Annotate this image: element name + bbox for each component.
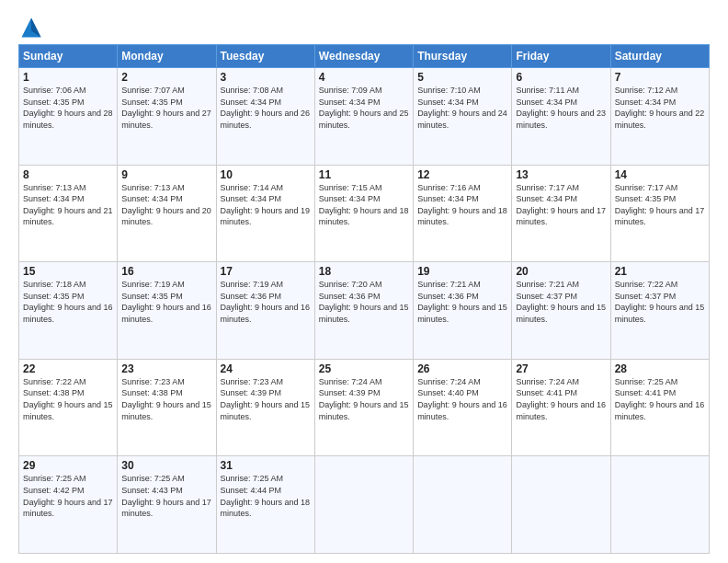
calendar-cell: 3Sunrise: 7:08 AMSunset: 4:34 PMDaylight…	[216, 68, 314, 166]
weekday-header: Tuesday	[216, 45, 314, 68]
calendar-cell	[610, 456, 709, 554]
day-number: 6	[516, 71, 606, 84]
calendar-cell	[314, 456, 413, 554]
day-info: Sunrise: 7:25 AMSunset: 4:41 PMDaylight:…	[615, 376, 705, 422]
day-number: 3	[221, 71, 311, 84]
calendar-cell: 6Sunrise: 7:11 AMSunset: 4:34 PMDaylight…	[512, 68, 610, 166]
day-info: Sunrise: 7:21 AMSunset: 4:36 PMDaylight:…	[417, 279, 507, 325]
day-info: Sunrise: 7:13 AMSunset: 4:34 PMDaylight:…	[121, 182, 211, 228]
calendar-week-row: 1Sunrise: 7:06 AMSunset: 4:35 PMDaylight…	[19, 68, 710, 166]
day-number: 23	[121, 362, 211, 375]
calendar-cell: 30Sunrise: 7:25 AMSunset: 4:43 PMDayligh…	[118, 456, 216, 554]
day-number: 4	[319, 71, 409, 84]
logo	[18, 15, 48, 40]
calendar-week-row: 22Sunrise: 7:22 AMSunset: 4:38 PMDayligh…	[19, 359, 710, 456]
day-info: Sunrise: 7:23 AMSunset: 4:39 PMDaylight:…	[221, 376, 311, 422]
day-number: 1	[23, 71, 113, 84]
calendar-cell: 14Sunrise: 7:17 AMSunset: 4:35 PMDayligh…	[610, 165, 709, 262]
calendar-week-row: 15Sunrise: 7:18 AMSunset: 4:35 PMDayligh…	[19, 262, 710, 360]
calendar-cell: 13Sunrise: 7:17 AMSunset: 4:34 PMDayligh…	[512, 165, 610, 262]
calendar-header: SundayMondayTuesdayWednesdayThursdayFrid…	[19, 45, 710, 68]
calendar-cell: 1Sunrise: 7:06 AMSunset: 4:35 PMDaylight…	[19, 68, 118, 166]
logo-icon	[18, 15, 44, 40]
calendar-cell	[414, 456, 512, 554]
day-info: Sunrise: 7:25 AMSunset: 4:43 PMDaylight:…	[121, 473, 211, 519]
day-number: 27	[516, 362, 606, 375]
day-info: Sunrise: 7:15 AMSunset: 4:34 PMDaylight:…	[319, 182, 409, 228]
calendar-cell: 22Sunrise: 7:22 AMSunset: 4:38 PMDayligh…	[19, 359, 118, 456]
day-info: Sunrise: 7:07 AMSunset: 4:35 PMDaylight:…	[121, 85, 211, 131]
day-info: Sunrise: 7:19 AMSunset: 4:35 PMDaylight:…	[121, 279, 211, 325]
day-info: Sunrise: 7:21 AMSunset: 4:37 PMDaylight:…	[516, 279, 606, 325]
day-number: 21	[615, 265, 705, 278]
day-number: 9	[121, 168, 211, 181]
calendar-cell: 18Sunrise: 7:20 AMSunset: 4:36 PMDayligh…	[314, 262, 413, 360]
calendar-body: 1Sunrise: 7:06 AMSunset: 4:35 PMDaylight…	[19, 68, 710, 554]
calendar-cell: 28Sunrise: 7:25 AMSunset: 4:41 PMDayligh…	[610, 359, 709, 456]
weekday-header: Friday	[512, 45, 610, 68]
calendar-cell: 2Sunrise: 7:07 AMSunset: 4:35 PMDaylight…	[118, 68, 216, 166]
weekday-header: Wednesday	[314, 45, 413, 68]
day-number: 26	[417, 362, 507, 375]
calendar-cell: 8Sunrise: 7:13 AMSunset: 4:34 PMDaylight…	[19, 165, 118, 262]
day-number: 16	[121, 265, 211, 278]
calendar-cell: 20Sunrise: 7:21 AMSunset: 4:37 PMDayligh…	[512, 262, 610, 360]
calendar-cell: 4Sunrise: 7:09 AMSunset: 4:34 PMDaylight…	[314, 68, 413, 166]
day-info: Sunrise: 7:24 AMSunset: 4:41 PMDaylight:…	[516, 376, 606, 422]
day-info: Sunrise: 7:25 AMSunset: 4:44 PMDaylight:…	[221, 473, 311, 519]
day-info: Sunrise: 7:22 AMSunset: 4:37 PMDaylight:…	[615, 279, 705, 325]
day-number: 25	[319, 362, 409, 375]
calendar-cell: 21Sunrise: 7:22 AMSunset: 4:37 PMDayligh…	[610, 262, 709, 360]
day-number: 17	[221, 265, 311, 278]
day-number: 24	[221, 362, 311, 375]
weekday-row: SundayMondayTuesdayWednesdayThursdayFrid…	[19, 45, 710, 68]
day-info: Sunrise: 7:19 AMSunset: 4:36 PMDaylight:…	[221, 279, 311, 325]
day-number: 18	[319, 265, 409, 278]
day-number: 14	[615, 168, 705, 181]
day-info: Sunrise: 7:09 AMSunset: 4:34 PMDaylight:…	[319, 85, 409, 131]
header	[18, 15, 710, 40]
day-info: Sunrise: 7:24 AMSunset: 4:40 PMDaylight:…	[417, 376, 507, 422]
day-info: Sunrise: 7:17 AMSunset: 4:35 PMDaylight:…	[615, 182, 705, 228]
calendar-cell: 10Sunrise: 7:14 AMSunset: 4:34 PMDayligh…	[216, 165, 314, 262]
day-number: 20	[516, 265, 606, 278]
calendar-cell: 11Sunrise: 7:15 AMSunset: 4:34 PMDayligh…	[314, 165, 413, 262]
calendar-cell: 24Sunrise: 7:23 AMSunset: 4:39 PMDayligh…	[216, 359, 314, 456]
day-number: 28	[615, 362, 705, 375]
day-info: Sunrise: 7:13 AMSunset: 4:34 PMDaylight:…	[23, 182, 113, 228]
day-number: 10	[221, 168, 311, 181]
day-number: 29	[23, 459, 113, 472]
day-info: Sunrise: 7:11 AMSunset: 4:34 PMDaylight:…	[516, 85, 606, 131]
day-number: 22	[23, 362, 113, 375]
calendar-cell: 19Sunrise: 7:21 AMSunset: 4:36 PMDayligh…	[414, 262, 512, 360]
day-number: 13	[516, 168, 606, 181]
calendar-cell: 5Sunrise: 7:10 AMSunset: 4:34 PMDaylight…	[414, 68, 512, 166]
weekday-header: Thursday	[414, 45, 512, 68]
calendar-week-row: 8Sunrise: 7:13 AMSunset: 4:34 PMDaylight…	[19, 165, 710, 262]
day-info: Sunrise: 7:23 AMSunset: 4:38 PMDaylight:…	[121, 376, 211, 422]
day-number: 5	[417, 71, 507, 84]
day-info: Sunrise: 7:08 AMSunset: 4:34 PMDaylight:…	[221, 85, 311, 131]
day-number: 31	[221, 459, 311, 472]
day-info: Sunrise: 7:20 AMSunset: 4:36 PMDaylight:…	[319, 279, 409, 325]
calendar-cell: 31Sunrise: 7:25 AMSunset: 4:44 PMDayligh…	[216, 456, 314, 554]
calendar-cell: 29Sunrise: 7:25 AMSunset: 4:42 PMDayligh…	[19, 456, 118, 554]
calendar: SundayMondayTuesdayWednesdayThursdayFrid…	[18, 44, 710, 554]
calendar-cell	[512, 456, 610, 554]
day-info: Sunrise: 7:10 AMSunset: 4:34 PMDaylight:…	[417, 85, 507, 131]
day-info: Sunrise: 7:06 AMSunset: 4:35 PMDaylight:…	[23, 85, 113, 131]
calendar-cell: 25Sunrise: 7:24 AMSunset: 4:39 PMDayligh…	[314, 359, 413, 456]
day-info: Sunrise: 7:16 AMSunset: 4:34 PMDaylight:…	[417, 182, 507, 228]
calendar-cell: 9Sunrise: 7:13 AMSunset: 4:34 PMDaylight…	[118, 165, 216, 262]
day-number: 11	[319, 168, 409, 181]
calendar-cell: 12Sunrise: 7:16 AMSunset: 4:34 PMDayligh…	[414, 165, 512, 262]
day-info: Sunrise: 7:14 AMSunset: 4:34 PMDaylight:…	[221, 182, 311, 228]
calendar-cell: 17Sunrise: 7:19 AMSunset: 4:36 PMDayligh…	[216, 262, 314, 360]
day-number: 8	[23, 168, 113, 181]
day-info: Sunrise: 7:24 AMSunset: 4:39 PMDaylight:…	[319, 376, 409, 422]
day-number: 19	[417, 265, 507, 278]
calendar-cell: 7Sunrise: 7:12 AMSunset: 4:34 PMDaylight…	[610, 68, 709, 166]
day-info: Sunrise: 7:12 AMSunset: 4:34 PMDaylight:…	[615, 85, 705, 131]
weekday-header: Saturday	[610, 45, 709, 68]
calendar-cell: 15Sunrise: 7:18 AMSunset: 4:35 PMDayligh…	[19, 262, 118, 360]
